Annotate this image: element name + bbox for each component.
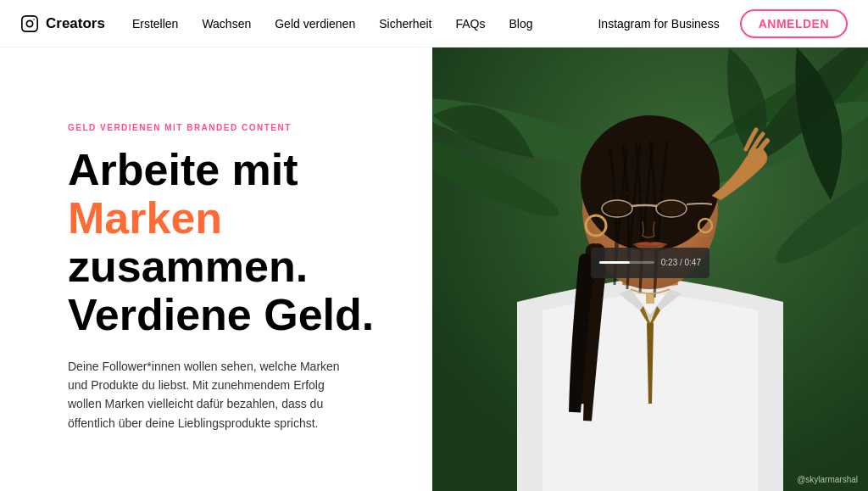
- nav-link-blog[interactable]: Blog: [509, 17, 532, 31]
- video-progress-bar[interactable]: [599, 261, 654, 264]
- instagram-icon: [20, 14, 39, 33]
- headline-line3: zusammen.: [68, 242, 308, 291]
- headline-line1: Arbeite mit: [68, 145, 298, 194]
- nav-link-geld-verdienen[interactable]: Geld verdienen: [275, 17, 355, 31]
- video-timestamp: 0:23 / 0:47: [661, 258, 701, 267]
- svg-rect-16: [646, 293, 654, 304]
- navbar: Creators Erstellen Wachsen Geld verdiene…: [0, 0, 868, 47]
- hero-image-wrapper: 0:23 / 0:47 @skylarmarshal: [432, 47, 868, 491]
- nav-link-wachsen[interactable]: Wachsen: [202, 17, 251, 31]
- video-player-overlay[interactable]: 0:23 / 0:47: [591, 248, 709, 278]
- nav-right-group: Instagram for Business ANMELDEN: [598, 9, 848, 38]
- main-content: GELD VERDIENEN MIT BRANDED CONTENT Arbei…: [0, 47, 868, 491]
- headline-line4: Verdiene Geld.: [68, 290, 374, 339]
- hero-headline: Arbeite mit Marken zusammen. Verdiene Ge…: [68, 146, 398, 340]
- svg-point-1: [26, 20, 32, 26]
- video-progress-fill: [599, 261, 630, 264]
- photo-credit: @skylarmarshal: [797, 475, 858, 484]
- svg-rect-0: [22, 15, 37, 31]
- hero-body-text: Deine Follower*innen wollen sehen, welch…: [68, 357, 356, 433]
- svg-point-2: [33, 19, 34, 20]
- nav-links-group: Erstellen Wachsen Geld verdienen Sicherh…: [132, 17, 598, 31]
- nav-link-erstellen[interactable]: Erstellen: [132, 17, 178, 31]
- nav-link-sicherheit[interactable]: Sicherheit: [379, 17, 431, 31]
- brand-logo-area[interactable]: Creators: [20, 14, 105, 33]
- headline-line2-pink: Marken: [68, 193, 222, 243]
- nav-link-faqs[interactable]: FAQs: [455, 17, 485, 31]
- anmelden-button[interactable]: ANMELDEN: [740, 9, 848, 38]
- instagram-for-business-link[interactable]: Instagram for Business: [598, 17, 719, 31]
- brand-name: Creators: [46, 15, 105, 32]
- hero-image-panel: 0:23 / 0:47 @skylarmarshal: [432, 47, 868, 491]
- svg-point-11: [581, 115, 720, 251]
- hero-eyebrow: GELD VERDIENEN MIT BRANDED CONTENT: [68, 123, 398, 132]
- hero-left-panel: GELD VERDIENEN MIT BRANDED CONTENT Arbei…: [0, 47, 432, 491]
